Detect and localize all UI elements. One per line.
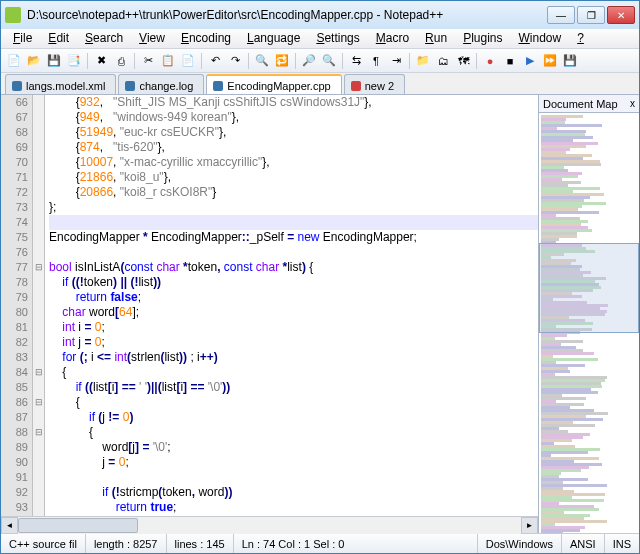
code-line[interactable]: { [49, 425, 538, 440]
tab-EncodingMapper-cpp[interactable]: EncodingMapper.cpp [206, 74, 341, 94]
tab-change-log[interactable]: change.log [118, 74, 204, 94]
menu-language[interactable]: Language [239, 29, 308, 48]
code-line[interactable]: {20866, "koi8_r csKOI8R"} [49, 185, 538, 200]
tab-new-2[interactable]: new 2 [344, 74, 405, 94]
fold-marker[interactable]: ⊟ [33, 260, 44, 275]
fold-gutter[interactable]: ⊟⊟⊟⊟ [33, 95, 45, 516]
status-eol[interactable]: Dos\Windows [478, 534, 562, 553]
menu-run[interactable]: Run [417, 29, 455, 48]
status-position: Ln : 74 Col : 1 Sel : 0 [234, 534, 478, 553]
fold-marker [33, 95, 44, 110]
document-map-close-icon[interactable]: x [630, 98, 635, 109]
code-line[interactable]: { [49, 395, 538, 410]
minimize-button[interactable]: — [547, 6, 575, 24]
fold-marker[interactable]: ⊟ [33, 395, 44, 410]
redo-icon[interactable]: ↷ [226, 52, 244, 70]
code-line[interactable]: }; [49, 200, 538, 215]
maximize-button[interactable]: ❐ [577, 6, 605, 24]
code-line[interactable]: j = 0; [49, 455, 538, 470]
close-button[interactable]: ✕ [607, 6, 635, 24]
menu-plugins[interactable]: Plugins [455, 29, 510, 48]
new-file-icon[interactable]: 📄 [5, 52, 23, 70]
titlebar[interactable]: D:\source\notepad++\trunk\PowerEditor\sr… [1, 1, 639, 29]
menu-file[interactable]: File [5, 29, 40, 48]
close-icon[interactable]: ✖ [92, 52, 110, 70]
print-icon[interactable]: ⎙ [112, 52, 130, 70]
code-line[interactable]: {932, "Shift_JIS MS_Kanji csShiftJIS csW… [49, 95, 538, 110]
fold-marker[interactable]: ⊟ [33, 425, 44, 440]
tab-label: EncodingMapper.cpp [227, 80, 330, 92]
fold-marker [33, 335, 44, 350]
show-all-icon[interactable]: ¶ [367, 52, 385, 70]
code-line[interactable]: {949, "windows-949 korean"}, [49, 110, 538, 125]
code-line[interactable] [49, 470, 538, 485]
save-icon[interactable]: 💾 [45, 52, 63, 70]
save-all-icon[interactable]: 📑 [65, 52, 83, 70]
code-line[interactable]: char word[64]; [49, 305, 538, 320]
code-line[interactable]: if ((!token) || (!list)) [49, 275, 538, 290]
scroll-thumb[interactable] [18, 518, 138, 533]
zoom-out-icon[interactable]: 🔍 [320, 52, 338, 70]
zoom-in-icon[interactable]: 🔎 [300, 52, 318, 70]
code-line[interactable]: { [49, 365, 538, 380]
function-list-icon[interactable]: 🗂 [434, 52, 452, 70]
line-number: 88 [1, 425, 28, 440]
copy-icon[interactable]: 📋 [159, 52, 177, 70]
menu-encoding[interactable]: Encoding [173, 29, 239, 48]
open-file-icon[interactable]: 📂 [25, 52, 43, 70]
fold-marker [33, 350, 44, 365]
code-line[interactable]: return true; [49, 500, 538, 515]
code-line[interactable]: bool isInListA(const char *token, const … [49, 260, 538, 275]
code-line[interactable] [49, 245, 538, 260]
paste-icon[interactable]: 📄 [179, 52, 197, 70]
menu-[interactable]: ? [569, 29, 592, 48]
sync-icon[interactable]: ⇆ [347, 52, 365, 70]
code-editor[interactable]: 6667686970717273747576777879808182838485… [1, 95, 538, 516]
record-icon[interactable]: ● [481, 52, 499, 70]
code-line[interactable]: int i = 0; [49, 320, 538, 335]
cut-icon[interactable]: ✂ [139, 52, 157, 70]
replace-icon[interactable]: 🔁 [273, 52, 291, 70]
doc-map-icon[interactable]: 🗺 [454, 52, 472, 70]
scroll-right-icon[interactable]: ► [521, 517, 538, 534]
code-line[interactable]: EncodingMapper * EncodingMapper::_pSelf … [49, 230, 538, 245]
minimap-viewport[interactable] [539, 243, 639, 333]
fold-marker [33, 200, 44, 215]
save-macro-icon[interactable]: 💾 [561, 52, 579, 70]
code-area[interactable]: {932, "Shift_JIS MS_Kanji csShiftJIS csW… [45, 95, 538, 516]
code-line[interactable]: {10007, "x-mac-cyrillic xmaccyrillic"}, [49, 155, 538, 170]
fast-forward-icon[interactable]: ⏩ [541, 52, 559, 70]
horizontal-scrollbar[interactable]: ◄ ► [1, 516, 538, 533]
code-line[interactable]: {874, "tis-620"}, [49, 140, 538, 155]
scroll-track[interactable] [18, 517, 521, 534]
menu-settings[interactable]: Settings [308, 29, 367, 48]
scroll-left-icon[interactable]: ◄ [1, 517, 18, 534]
tab-langs-model-xml[interactable]: langs.model.xml [5, 74, 116, 94]
play-icon[interactable]: ▶ [521, 52, 539, 70]
fold-marker[interactable]: ⊟ [33, 365, 44, 380]
code-line[interactable]: for (; i <= int(strlen(list)) ; i++) [49, 350, 538, 365]
menu-view[interactable]: View [131, 29, 173, 48]
stop-icon[interactable]: ■ [501, 52, 519, 70]
status-insert-mode[interactable]: INS [605, 534, 639, 553]
status-encoding[interactable]: ANSI [562, 534, 605, 553]
code-line[interactable]: word[j] = '\0'; [49, 440, 538, 455]
code-line[interactable]: int j = 0; [49, 335, 538, 350]
code-line[interactable]: return false; [49, 290, 538, 305]
document-map-minimap[interactable] [539, 113, 639, 533]
menu-edit[interactable]: Edit [40, 29, 77, 48]
folder-icon[interactable]: 📁 [414, 52, 432, 70]
code-line[interactable]: {21866, "koi8_u"}, [49, 170, 538, 185]
code-line[interactable] [49, 215, 538, 230]
undo-icon[interactable]: ↶ [206, 52, 224, 70]
toolbar-separator [248, 53, 249, 69]
code-line[interactable]: {51949, "euc-kr csEUCKR"}, [49, 125, 538, 140]
code-line[interactable]: if ((list[i] == ' ')||(list[i] == '\0')) [49, 380, 538, 395]
menu-macro[interactable]: Macro [368, 29, 417, 48]
code-line[interactable]: if (!stricmp(token, word)) [49, 485, 538, 500]
find-icon[interactable]: 🔍 [253, 52, 271, 70]
code-line[interactable]: if (j != 0) [49, 410, 538, 425]
indent-icon[interactable]: ⇥ [387, 52, 405, 70]
menu-search[interactable]: Search [77, 29, 131, 48]
menu-window[interactable]: Window [511, 29, 570, 48]
